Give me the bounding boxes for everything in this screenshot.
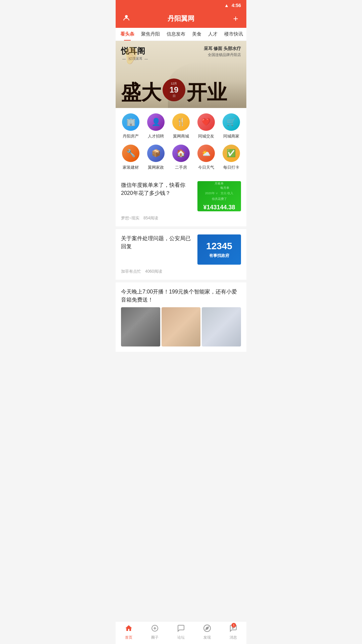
- news-item-3[interactable]: 今天晚上7:00开播！199元换个智能家，还有小爱音箱免费送！: [116, 282, 246, 352]
- banner[interactable]: 👂 悦耳阁 — 亿境采耳 — 采耳 修面 头部水疗 全国连锁品牌丹阳店 盛大 1…: [116, 41, 246, 108]
- icon-checkin[interactable]: ✅ 每日打卡: [219, 145, 244, 170]
- banner-service: 采耳 修面 头部水疗: [204, 46, 241, 52]
- merchants-icon: 🛒: [223, 113, 240, 131]
- icon-mall[interactable]: 🍴 翼网商城: [169, 113, 194, 139]
- user-icon[interactable]: [121, 14, 132, 24]
- icon-secondhand[interactable]: 🏠 二手房: [169, 145, 194, 170]
- secondhand-label: 二手房: [175, 165, 187, 170]
- news-meta-1: 梦想~现实 854阅读: [121, 215, 241, 221]
- app-title: 丹阳翼网: [132, 14, 230, 23]
- icon-property[interactable]: 🏢 丹阳房产: [118, 113, 143, 139]
- news-title-2: 关于案件处理问题，公安局已回复: [121, 234, 193, 251]
- tab-property[interactable]: 楼市快讯: [221, 28, 246, 41]
- mall-icon: 🍴: [172, 113, 190, 131]
- tab-talent[interactable]: 人才: [205, 28, 221, 41]
- app-header: 丹阳翼网 +: [116, 11, 246, 28]
- recruitment-label: 人才招聘: [148, 133, 164, 139]
- news-img-3-2: [162, 307, 201, 346]
- decoration-icon: 🔧: [122, 145, 139, 162]
- tab-headlines[interactable]: 看头条: [117, 28, 138, 41]
- decoration-label: 家装建材: [123, 165, 139, 170]
- news-feed: 微信年度账单来了，快看你2020年花了多少钱？ 月账单 每月单 2020年 ∨ …: [116, 176, 246, 352]
- weather-label: 今日天气: [198, 165, 214, 170]
- social-label: 同城交友: [198, 133, 214, 139]
- news-item-2-row: 关于案件处理问题，公安局已回复 12345 有事找政府: [121, 234, 241, 265]
- merchants-label: 同城商家: [223, 133, 239, 139]
- checkin-label: 每日打卡: [223, 165, 239, 170]
- icon-homeservice[interactable]: 📦 翼网家政: [143, 145, 169, 170]
- icon-weather[interactable]: ⛅ 今日天气: [193, 145, 219, 170]
- main-content: 👂 悦耳阁 — 亿境采耳 — 采耳 修面 头部水疗 全国连锁品牌丹阳店 盛大 1…: [116, 41, 246, 375]
- tab-info[interactable]: 信息发布: [163, 28, 189, 41]
- police-number: 12345: [206, 241, 232, 252]
- banner-overlay: [168, 61, 246, 108]
- banner-location: 全国连锁品牌丹阳店: [204, 52, 241, 57]
- property-label: 丹阳房产: [123, 133, 139, 139]
- banner-right-info: 采耳 修面 头部水疗 全国连锁品牌丹阳店: [204, 46, 241, 61]
- icon-social[interactable]: ❤️ 同城交友: [193, 113, 219, 139]
- weather-icon: ⛅: [197, 145, 215, 162]
- recruitment-icon: 👤: [147, 113, 165, 131]
- news-img-3-3: [202, 307, 241, 346]
- news-img-3-1: [121, 307, 160, 346]
- status-time: 4:56: [232, 3, 241, 8]
- status-bar: ▲ 4:56: [116, 0, 246, 11]
- news-thumb-1: 月账单 每月单 2020年 ∨ 支出 收入 你共花费了 ¥143144.38: [197, 181, 241, 211]
- news-images-3: [121, 307, 241, 346]
- icon-recruitment[interactable]: 👤 人才招聘: [143, 113, 169, 139]
- tab-focus[interactable]: 聚焦丹阳: [138, 28, 163, 41]
- nav-tabs: 看头条 聚焦丹阳 信息发布 美食 人才 楼市快讯 翼网优选 ☰: [116, 28, 246, 41]
- wifi-icon: ▲: [224, 3, 229, 8]
- plus-icon[interactable]: +: [230, 13, 241, 24]
- mall-label: 翼网商城: [173, 133, 189, 139]
- news-reads-1: 854阅读: [143, 215, 158, 221]
- tab-food[interactable]: 美食: [189, 28, 205, 41]
- property-icon: 🏢: [122, 113, 139, 131]
- svg-point-0: [125, 15, 128, 18]
- banner-ear-decoration: 👂: [119, 44, 143, 67]
- social-icon: ❤️: [197, 113, 215, 131]
- police-thumb: 12345 有事找政府: [197, 234, 241, 265]
- news-title-1: 微信年度账单来了，快看你2020年花了多少钱？: [121, 181, 193, 197]
- news-thumb-2: 12345 有事找政府: [197, 234, 241, 265]
- news-author-2: 加菲有点忙: [121, 269, 141, 274]
- news-item-2[interactable]: 关于案件处理问题，公安局已回复 12345 有事找政府 加菲有点忙 4060阅读: [116, 229, 246, 280]
- icon-merchants[interactable]: 🛒 同城商家: [219, 113, 244, 139]
- homeservice-icon: 📦: [147, 145, 165, 162]
- news-author-1: 梦想~现实: [121, 215, 139, 221]
- news-title-3: 今天晚上7:00开播！199元换个智能家，还有小爱音箱免费送！: [121, 289, 237, 303]
- news-item-1-row: 微信年度账单来了，快看你2020年花了多少钱？ 月账单 每月单 2020年 ∨ …: [121, 181, 241, 211]
- news-reads-2: 4060阅读: [145, 269, 162, 274]
- police-sub: 有事找政府: [209, 253, 229, 259]
- homeservice-label: 翼网家政: [148, 165, 164, 170]
- wechat-thumb: 月账单 每月单 2020年 ∨ 支出 收入 你共花费了 ¥143144.38: [197, 181, 241, 211]
- checkin-icon: ✅: [223, 145, 240, 162]
- icon-grid: 🏢 丹阳房产 👤 人才招聘 🍴 翼网商城 ❤️ 同城交友 🛒 同城商家 🔧 家装…: [116, 108, 246, 176]
- banner-text1: 盛大: [121, 83, 161, 103]
- icon-decoration[interactable]: 🔧 家装建材: [118, 145, 143, 170]
- news-meta-2: 加菲有点忙 4060阅读: [121, 269, 241, 274]
- news-item-1[interactable]: 微信年度账单来了，快看你2020年花了多少钱？ 月账单 每月单 2020年 ∨ …: [116, 176, 246, 226]
- wechat-amount: ¥143144.38: [203, 204, 235, 211]
- secondhand-icon: 🏠: [172, 145, 190, 162]
